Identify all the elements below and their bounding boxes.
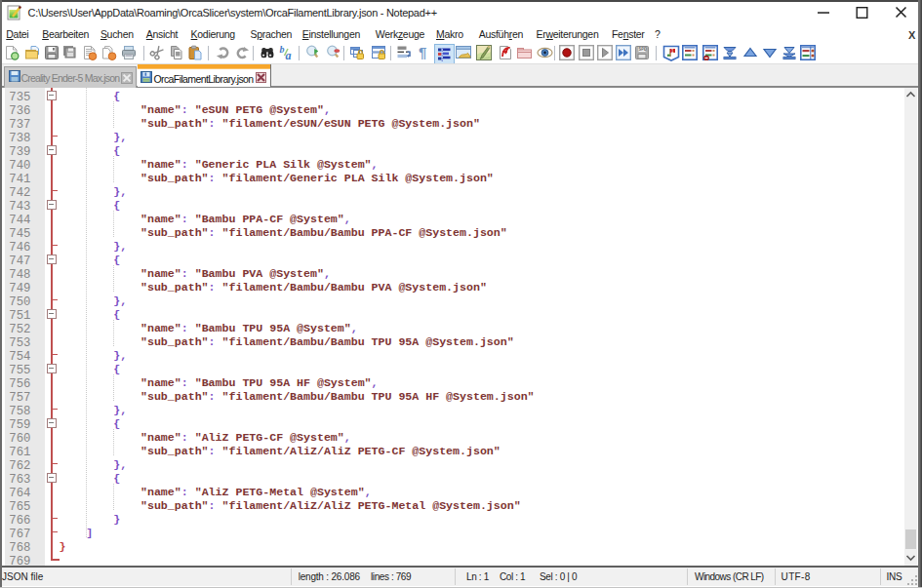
svg-text:SPD: SPD <box>639 47 647 52</box>
svg-text:a: a <box>286 49 292 61</box>
svg-text:¶: ¶ <box>419 45 426 60</box>
svg-text:b: b <box>280 45 285 55</box>
